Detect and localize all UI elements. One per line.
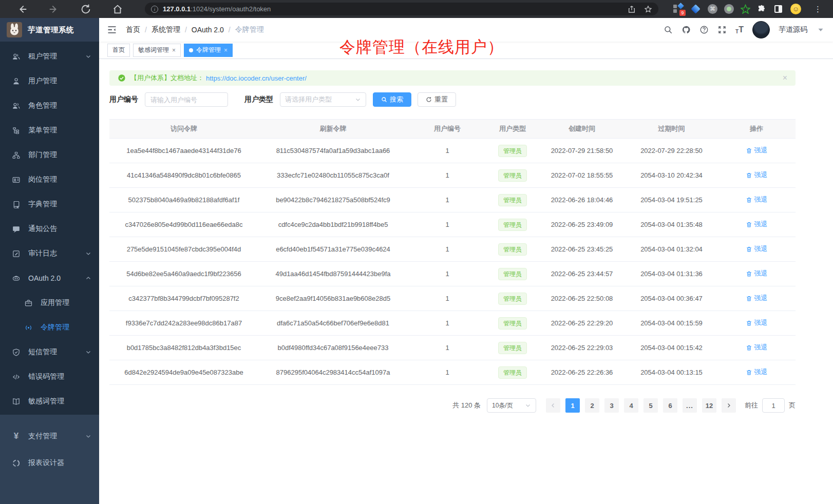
site-info-icon[interactable]: i (151, 6, 158, 13)
force-logout-button[interactable]: 强退 (746, 318, 768, 327)
prev-page-button[interactable] (546, 398, 560, 413)
search-icon[interactable] (664, 25, 673, 34)
page-button-3[interactable]: 3 (604, 398, 619, 413)
sidebar-item-oauth2-token[interactable]: 令牌管理 (0, 315, 99, 340)
sidebar-item-dept[interactable]: 部门管理 (0, 143, 99, 167)
table-row: 1ea5e44f8bc1467aaede43144f31de76811c5304… (109, 139, 796, 163)
sidebar-item-post[interactable]: 岗位管理 (0, 167, 99, 192)
sidebar-toggle-icon[interactable] (107, 25, 117, 35)
extension-grid-icon[interactable]: 9 (673, 4, 684, 14)
extension-command-icon[interactable]: ⌘ (708, 4, 717, 14)
access-token-cell: 54d6be82ee5a460a9aedc1f9bf223656 (109, 270, 258, 278)
url-text[interactable]: 127.0.0.1:1024/system/oauth2/token (163, 5, 271, 13)
expire-time-cell: 2054-03-04 01:31:36 (626, 270, 717, 278)
goto-page-input[interactable] (762, 398, 785, 413)
force-logout-button[interactable]: 强退 (746, 195, 768, 204)
tab-首页[interactable]: 首页 (107, 44, 130, 57)
refresh-token-cell: 333ecfc71e02480cb11055c875c3ca0f (258, 171, 408, 179)
sidebar-group-system: 租户管理用户管理角色管理菜单管理部门管理岗位管理字典管理通知公告审计日志OAut… (0, 42, 99, 415)
extension-record-icon[interactable] (724, 4, 734, 14)
breadcrumb: 首页/系统管理/OAuth 2.0/令牌管理 (126, 25, 264, 34)
help-icon[interactable] (699, 25, 709, 34)
force-logout-button[interactable]: 强退 (746, 367, 768, 377)
chevron-down-icon[interactable] (816, 25, 825, 34)
user-id-cell: 1 (408, 221, 487, 228)
breadcrumb-item[interactable]: OAuth 2.0 (192, 26, 224, 34)
extension-gem-icon[interactable] (690, 4, 701, 14)
force-logout-button[interactable]: 强退 (746, 343, 768, 352)
page-button-4[interactable]: 4 (624, 398, 638, 413)
tab-敏感词管理[interactable]: 敏感词管理× (133, 44, 181, 57)
sidebar-item-error-code[interactable]: 错误码管理 (0, 364, 99, 389)
tab-close-icon[interactable]: × (172, 47, 176, 53)
browser-menu-icon[interactable]: ⋮ (814, 5, 822, 14)
share-icon[interactable] (628, 5, 636, 13)
created-time-cell: 2022-06-25 22:50:08 (538, 295, 626, 302)
dictionary-icon (12, 200, 21, 209)
sidebar-item-oauth2-app[interactable]: 应用管理 (0, 290, 99, 315)
user-type-cell: 管理员 (487, 268, 538, 280)
sidebar-item-pay[interactable]: ¥支付管理 (0, 423, 99, 450)
force-logout-button[interactable]: 强退 (746, 170, 768, 180)
page-button-12[interactable]: 12 (702, 398, 716, 413)
sidebar-item-menu[interactable]: 菜单管理 (0, 118, 99, 143)
tab-令牌管理[interactable]: 令牌管理× (184, 44, 233, 57)
column-header: 刷新令牌 (258, 124, 408, 133)
fullscreen-icon[interactable] (717, 25, 727, 34)
app-briefcase-icon (24, 299, 33, 307)
breadcrumb-item[interactable]: 系统管理 (152, 25, 180, 34)
user-type-select[interactable]: 请选择用户类型 (280, 92, 366, 107)
sidebar-item-report-designer[interactable]: 报表设计器 (0, 450, 99, 476)
page-size-select[interactable]: 10条/页 (487, 398, 536, 413)
sidebar-item-oauth2[interactable]: OAuth 2.0 (0, 266, 99, 290)
page-button-2[interactable]: 2 (585, 398, 599, 413)
address-bar[interactable]: i 127.0.0.1:1024/system/oauth2/token (145, 3, 658, 15)
extension-star-icon[interactable] (741, 4, 750, 14)
created-time-cell: 2022-06-25 23:49:09 (538, 221, 626, 228)
alert-close-icon[interactable]: × (783, 74, 787, 82)
sidebar-item-tenant[interactable]: 租户管理 (0, 44, 99, 69)
sidebar-item-user[interactable]: 用户管理 (0, 69, 99, 93)
doc-alert-link[interactable]: https://doc.iocoder.cn/user-center/ (206, 74, 307, 82)
sidebar-logo[interactable]: 芋道管理系统 (0, 18, 99, 42)
force-logout-button[interactable]: 强退 (746, 244, 768, 254)
force-logout-button[interactable]: 强退 (746, 269, 768, 278)
more-pages-icon[interactable]: ... (683, 398, 697, 413)
refresh-token-cell: dfa6c71a50a54c66bef706ef9e6e8d81 (258, 319, 408, 327)
chevron-down-icon (525, 402, 531, 409)
browser-home-icon[interactable] (112, 4, 123, 15)
reset-button[interactable]: 重置 (418, 92, 456, 107)
force-logout-button[interactable]: 强退 (746, 294, 768, 303)
user-avatar[interactable] (752, 21, 770, 38)
tab-close-icon[interactable]: × (224, 47, 228, 53)
github-icon[interactable] (681, 25, 691, 34)
browser-reload-icon[interactable] (80, 4, 91, 15)
extension-capture-icon[interactable] (773, 4, 784, 14)
user-type-badge: 管理员 (498, 169, 527, 182)
trash-icon (746, 221, 752, 228)
font-size-icon[interactable]: TT (735, 25, 744, 34)
browser-profile-avatar[interactable]: ☺ (790, 4, 801, 14)
force-logout-button[interactable]: 强退 (746, 220, 768, 229)
extensions-puzzle-icon[interactable] (757, 5, 766, 14)
user-id-input[interactable] (145, 92, 228, 107)
force-logout-label: 强退 (754, 318, 768, 327)
page-button-6[interactable]: 6 (663, 398, 677, 413)
search-button[interactable]: 搜索 (373, 92, 411, 107)
force-logout-label: 强退 (754, 367, 768, 377)
force-logout-button[interactable]: 强退 (746, 146, 768, 155)
sidebar-item-sms[interactable]: 短信管理 (0, 340, 99, 364)
browser-forward-icon[interactable] (48, 4, 60, 15)
bookmark-star-icon[interactable] (644, 5, 652, 13)
page-button-1[interactable]: 1 (565, 398, 580, 413)
username[interactable]: 芋道源码 (779, 25, 807, 34)
sidebar-item-notice[interactable]: 通知公告 (0, 217, 99, 241)
next-page-button[interactable] (722, 398, 736, 413)
sidebar-item-audit-log[interactable]: 审计日志 (0, 241, 99, 266)
page-button-5[interactable]: 5 (643, 398, 658, 413)
sidebar-item-dict[interactable]: 字典管理 (0, 192, 99, 217)
sidebar-item-role[interactable]: 角色管理 (0, 93, 99, 118)
sidebar-item-sensitive-words[interactable]: 敏感词管理 (0, 389, 99, 414)
breadcrumb-item[interactable]: 首页 (126, 25, 140, 34)
browser-back-icon[interactable] (16, 4, 28, 15)
